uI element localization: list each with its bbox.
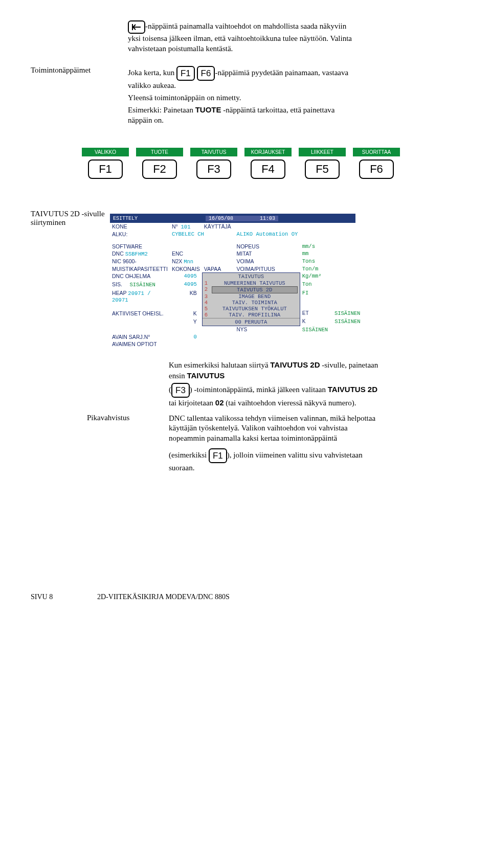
r-avaimen: AVAIMEN OPTIOT <box>110 340 363 348</box>
r-dnc-v: SSBFHM2 <box>125 251 148 257</box>
r-muisti: MUISTIKAPASITEETTI <box>110 265 170 272</box>
r-aliko: ALIKO Automation OY <box>235 231 363 238</box>
r-n2x-v: Mnn <box>184 259 193 265</box>
popup-opt3: IMAGE BEND <box>212 293 298 300</box>
r-mitat: MITAT <box>235 250 300 258</box>
r-fi: FI <box>300 289 363 306</box>
r-et: ET <box>302 310 309 316</box>
r-sis-v: SISÄINEN <box>129 282 155 288</box>
manual-title: 2D-VIITEKÄSIKIRJA MODEVA/DNC 880S <box>97 593 230 601</box>
section5-paragraph: DNC tallentaa valikossa tehdyn viimeisen… <box>169 414 384 475</box>
r-kokonais: KOKONAIS <box>170 265 202 272</box>
r-sis: SIS. <box>112 281 122 287</box>
r-nopeus-u: mm/s <box>300 243 363 250</box>
pikavahvistus-label: Pikavahvistus <box>87 414 169 475</box>
r-avain: AVAIN SARJ.N° <box>110 333 170 340</box>
function-keys-label: Toimintonäppäimet <box>31 66 128 127</box>
r-kone-v: 101 <box>181 224 191 230</box>
hdr-time: 11:03 <box>260 216 275 221</box>
popup-opt6-n: 6 <box>205 312 212 318</box>
f6-big-key: F6 <box>359 159 394 179</box>
function-keys-desc: Joka kerta, kun F1 F6-näppäimiä pyydetää… <box>128 66 353 127</box>
fk-p3a: Esimerkki: Painetaan <box>128 106 195 114</box>
intro-text: -näppäintä painamalla vaihtoehdot on mah… <box>128 22 352 52</box>
popup-opt5-n: 5 <box>205 306 212 312</box>
f2-big-key: F2 <box>142 159 177 179</box>
r-alku: ALKU: <box>110 231 170 238</box>
dnc-screenshot: ESITTELY 16/05/08 11:03 KONE N° 101 KÄYT… <box>110 214 355 348</box>
r-akt: AKTIIVISET OHEISL. <box>110 310 170 318</box>
popup-opt1: NUMEERINEN TAIVUTUS <box>212 280 298 286</box>
r-enc: ENC <box>170 250 202 258</box>
tab-suorittaa: SUORITTAA <box>353 148 400 156</box>
r-kg: Kg/mm² <box>300 272 363 281</box>
r-avain-v: 0 <box>170 333 202 340</box>
r-ton: Ton <box>300 281 363 289</box>
r-kb: KB <box>170 289 202 306</box>
popup-opt6: TAIV. PROFIILINA <box>212 312 298 318</box>
f3-key-icon: F3 <box>171 383 190 398</box>
f1-key-icon-2: F1 <box>209 448 227 463</box>
intro-paragraph: -näppäintä painamalla vaihtoehdot on mah… <box>128 20 353 54</box>
r-sis-n: 4095 <box>170 281 202 289</box>
tab-taivutus: TAIVUTUS <box>190 148 237 156</box>
popup-opt4-n: 4 <box>205 300 212 306</box>
hdr-esittely: ESITTELY <box>110 216 206 221</box>
r-kr3: SISÄINEN <box>300 326 363 333</box>
f3-big-key: F3 <box>196 159 231 179</box>
r-voima: VOIMA <box>235 258 300 265</box>
tab-korjaukset: KORJAUKSET <box>244 148 292 156</box>
s4-p2b: ) -toimintonäppäintä, minkä jälkeen vali… <box>190 385 328 394</box>
s4-taiv: TAIVUTUS <box>187 371 225 380</box>
r-y-cell: Y <box>170 318 202 326</box>
r-kayttaja: KÄYTTÄJÄ <box>202 223 300 231</box>
s4-p2c: tai kirjoitetaan <box>169 399 215 407</box>
r-nopeus: NOPEUS <box>235 243 300 250</box>
r-heap: HEAP <box>112 290 126 296</box>
f1-key-icon: F1 <box>176 66 195 81</box>
taivutus2d-label: TAIVUTUS 2D -sivulle siirtyminen <box>31 210 110 348</box>
tab-valikko: VALIKKO <box>82 148 129 156</box>
s5-p2a: (esimerkiksi <box>169 451 209 459</box>
tab-tuote: TUOTE <box>136 148 183 156</box>
r-mitat-u: mm <box>300 250 363 258</box>
r-kr1: SISÄINEN <box>334 310 360 316</box>
r-dncohj: DNC OHJELMA <box>110 272 170 281</box>
s4-p1a: Kun esimerkiksi halutaan siirtyä <box>169 361 270 369</box>
popup-footer: 00 PERUUTA <box>203 318 300 326</box>
f6-key-icon: F6 <box>197 66 215 81</box>
s4-taiv2d: TAIVUTUS 2D <box>270 360 320 369</box>
r-voimapituus: VOIMA/PITUUS <box>235 265 300 272</box>
fkeys-row: F1 F2 F3 F4 F5 F6 <box>82 159 460 179</box>
popup-opt5: TAIVUTUKSEN TYÖKALUT <box>212 306 298 312</box>
menu-tabs-bar: VALIKKO TUOTE TAIVUTUS KORJAUKSET LIIKKE… <box>82 148 460 156</box>
s4-02: 02 <box>215 398 224 407</box>
popup-opt4: TAIV. TOIMINTA <box>212 300 298 306</box>
r-kone-n: N° <box>172 223 178 230</box>
popup-opt2-n: 2 <box>205 286 212 293</box>
page-footer: SIVU 8 2D-VIITEKÄSIKIRJA MODEVA/DNC 880S <box>31 593 460 601</box>
r-kv: K <box>302 318 306 324</box>
tuote-bold: TUOTE <box>195 105 221 114</box>
r-voima-u: Tons <box>300 258 363 265</box>
section4-paragraph: Kun esimerkiksi halutaan siirtyä TAIVUTU… <box>169 360 384 410</box>
f1-big-key: F1 <box>88 159 123 179</box>
s5-p1: DNC tallentaa valikossa tehdyn viimeisen… <box>169 414 384 444</box>
popup-opt2: TAIVUTUS 2D <box>212 286 298 293</box>
popup-opt3-n: 3 <box>205 293 212 300</box>
fk-p1a: Joka kerta, kun <box>128 68 176 77</box>
popup-opt1-n: 1 <box>205 280 212 286</box>
r-dnc: DNC <box>112 250 124 257</box>
r-n2x: N2X <box>172 258 182 264</box>
r-alku-v: CYBELEC CH <box>170 231 235 238</box>
r-software: SOFTWARE <box>110 243 170 250</box>
f4-big-key: F4 <box>251 159 285 179</box>
taivutus-popup: TAIVUTUS 1NUMEERINEN TAIVUTUS 2TAIVUTUS … <box>202 272 300 326</box>
hdr-date: 16/05/08 <box>209 216 233 221</box>
r-kone: KONE <box>110 223 170 231</box>
page-number: SIVU 8 <box>31 593 97 601</box>
r-dncohj-v: 4095 <box>170 272 202 281</box>
r-k-cell: K <box>170 310 202 318</box>
fk-p2: Yleensä toimintonäppäin on nimetty. <box>128 93 353 103</box>
r-voimapituus-u: Ton/m <box>300 265 363 272</box>
